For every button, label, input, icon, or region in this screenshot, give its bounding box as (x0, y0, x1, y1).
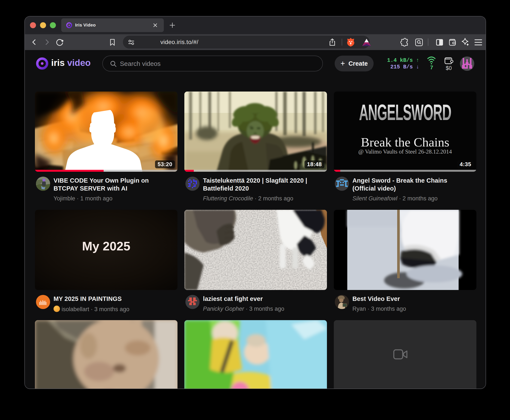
svg-text:Break the Chains: Break the Chains (361, 135, 449, 149)
svg-text:@ Valimo Vaults of Steel 26-28: @ Valimo Vaults of Steel 26-28.12.2014 (358, 148, 452, 155)
svg-text:My 2025: My 2025 (82, 239, 130, 253)
svg-text:ANGELSWORD: ANGELSWORD (359, 100, 451, 125)
